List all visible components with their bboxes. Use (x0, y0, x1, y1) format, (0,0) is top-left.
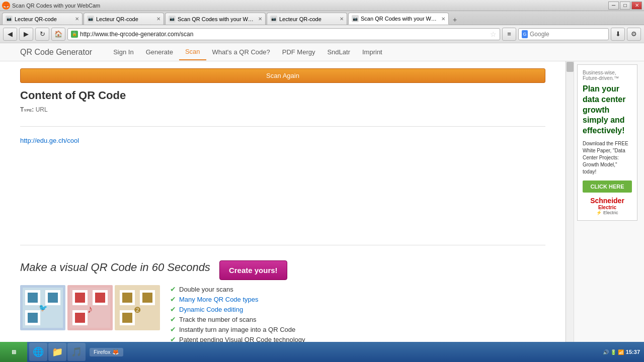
check-icon-1: ✔ (170, 285, 176, 293)
benefit-link-2[interactable]: Many More QR Code types (179, 296, 259, 303)
ad-logo-sub: Electric (583, 205, 632, 210)
forward-button[interactable]: ▶ (19, 28, 33, 41)
benefit-4: ✔ Track the number of scans (170, 315, 305, 323)
ad-electric-text: ⚡ Electric (583, 210, 632, 215)
navigation-bar: ◀ ▶ ↻ 🏠 🔒 ☆ ≡ G ⬇ ⚙ (0, 25, 644, 43)
tabs-bar: 📷 Lecteur QR-code ✕ 📷 Lecteur QR-code ✕ … (0, 11, 644, 25)
benefit-link-3[interactable]: Dynamic Code editing (179, 306, 243, 313)
ad-body: Download the FREE White Paper, "Data Cen… (583, 140, 632, 175)
svg-rect-10 (75, 293, 85, 303)
tab-3[interactable]: 📷 Scan QR Codes with your WebCam ✕ (165, 13, 266, 25)
scan-again-button[interactable]: Scan Again (20, 68, 545, 83)
tab-close-4[interactable]: ✕ (340, 16, 344, 22)
svg-rect-18 (122, 293, 132, 303)
site-navigation: QR Code Generator Sign In Generate Scan … (0, 43, 644, 61)
check-icon-2: ✔ (170, 295, 176, 303)
benefit-3: ✔ Dynamic Code editing (170, 305, 305, 313)
qr-url-link[interactable]: http://edu.ge.ch/cool (20, 137, 545, 144)
qr-sample-2: ♪ (67, 285, 113, 330)
tab-4[interactable]: 📷 Lecteur QR-code ✕ (267, 13, 347, 25)
tab-2[interactable]: 📷 Lecteur QR-code ✕ (84, 13, 164, 25)
download-button[interactable]: ⬇ (611, 28, 625, 41)
taskbar-ie-icon[interactable]: 🌐 (29, 343, 47, 361)
google-search-icon: G (522, 30, 528, 38)
svg-rect-4 (48, 293, 58, 303)
svg-text:❷: ❷ (134, 306, 141, 314)
tab-favicon-3: 📷 (169, 16, 176, 23)
tab-close-1[interactable]: ✕ (75, 16, 79, 22)
benefit-5: ✔ Instantly turn any image into a QR Cod… (170, 325, 305, 333)
benefit-text-1: Double your scans (179, 286, 233, 293)
refresh-button[interactable]: ↻ (35, 28, 49, 41)
taskbar-clock: 15:37 (626, 349, 640, 355)
create-yours-button[interactable]: Create yours! (219, 260, 287, 280)
browser-tools-button[interactable]: ≡ (502, 28, 516, 41)
check-icon-4: ✔ (170, 315, 176, 323)
tab-close-5[interactable]: ✕ (441, 16, 445, 22)
tab-5[interactable]: 📷 Scan QR Codes with your WebCam ✕ (348, 13, 449, 25)
qr-sample-3: ❷ (115, 285, 160, 330)
tab-favicon-4: 📷 (270, 16, 277, 23)
taskbar-sys-icons: 🔊 🔋 📶 (603, 349, 624, 355)
tab-label-5: Scan QR Codes with your WebCam (361, 16, 439, 22)
search-input[interactable] (530, 31, 605, 38)
type-row: Type: URL (20, 106, 545, 113)
type-label: Type: (20, 106, 34, 113)
tab-1[interactable]: 📷 Lecteur QR-code ✕ (2, 13, 83, 25)
nav-pdfmergy[interactable]: PDF Mergy (276, 44, 321, 60)
tab-close-2[interactable]: ✕ (156, 16, 160, 22)
scrollbar[interactable] (566, 61, 574, 362)
close-button[interactable]: ✕ (631, 2, 642, 10)
svg-rect-2 (28, 293, 38, 303)
nav-scan[interactable]: Scan (179, 44, 206, 60)
nav-signin[interactable]: Sign In (107, 44, 139, 60)
taskbar-firefox[interactable]: Firefox 🦊 (90, 348, 123, 356)
ad-logo-main: Schneider (583, 197, 632, 205)
more-tools-button[interactable]: ⚙ (627, 28, 641, 41)
clock-time: 15:37 (626, 349, 640, 355)
tab-close-3[interactable]: ✕ (258, 16, 262, 22)
ad-footer: Schneider Electric ⚡ Electric (583, 197, 632, 215)
svg-rect-14 (75, 313, 85, 323)
home-button[interactable]: 🏠 (51, 28, 65, 41)
nav-sndlatr[interactable]: SndLatr (321, 44, 356, 60)
visual-heading: Make a visual QR Code in 60 Seconds (20, 261, 210, 274)
taskbar-folder-icon[interactable]: 📁 (48, 343, 66, 361)
tab-label-1: Lecteur QR-code (15, 16, 73, 22)
nav-imprint[interactable]: Imprint (356, 44, 388, 60)
address-input[interactable] (80, 31, 488, 38)
firefox-brand: Scan QR Codes with your WebCam (12, 3, 100, 9)
check-icon-5: ✔ (170, 325, 176, 333)
address-favicon: 🔒 (71, 31, 78, 38)
start-button[interactable]: ⊞ (0, 342, 27, 362)
qr-sample-1: 🐦 (20, 285, 65, 330)
maximize-button[interactable]: □ (620, 2, 630, 10)
tab-favicon-5: 📷 (352, 15, 359, 22)
new-tab-button[interactable]: + (450, 15, 460, 25)
tab-label-4: Lecteur QR-code (279, 16, 338, 22)
bookmark-star-icon[interactable]: ☆ (490, 30, 497, 38)
tab-label-2: Lecteur QR-code (96, 16, 154, 22)
content-title: Content of QR Code (20, 89, 545, 102)
svg-rect-12 (95, 293, 105, 303)
ad-cta-button[interactable]: CLICK HERE (583, 180, 632, 193)
svg-text:♪: ♪ (88, 303, 93, 315)
svg-text:🐦: 🐦 (39, 304, 48, 312)
ad-box: Business-wise, Future-driven.™ Plan your… (577, 64, 637, 221)
minimize-button[interactable]: ─ (608, 2, 619, 10)
benefit-1: ✔ Double your scans (170, 285, 305, 293)
search-bar[interactable]: G (518, 28, 609, 40)
nav-generate[interactable]: Generate (140, 44, 179, 60)
svg-rect-20 (142, 293, 152, 303)
tab-label-3: Scan QR Codes with your WebCam (178, 16, 256, 22)
top-divider (20, 126, 545, 127)
bottom-divider (20, 245, 545, 245)
ad-panel: Business-wise, Future-driven.™ Plan your… (574, 61, 644, 362)
nav-whatsqr[interactable]: What's a QR Code? (206, 44, 276, 60)
tab-favicon-1: 📷 (6, 16, 13, 23)
address-bar[interactable]: 🔒 ☆ (67, 28, 500, 40)
check-icon-3: ✔ (170, 305, 176, 313)
taskbar-media-icon[interactable]: 🎵 (67, 343, 86, 361)
type-value: URL (36, 106, 48, 113)
back-button[interactable]: ◀ (3, 28, 17, 41)
